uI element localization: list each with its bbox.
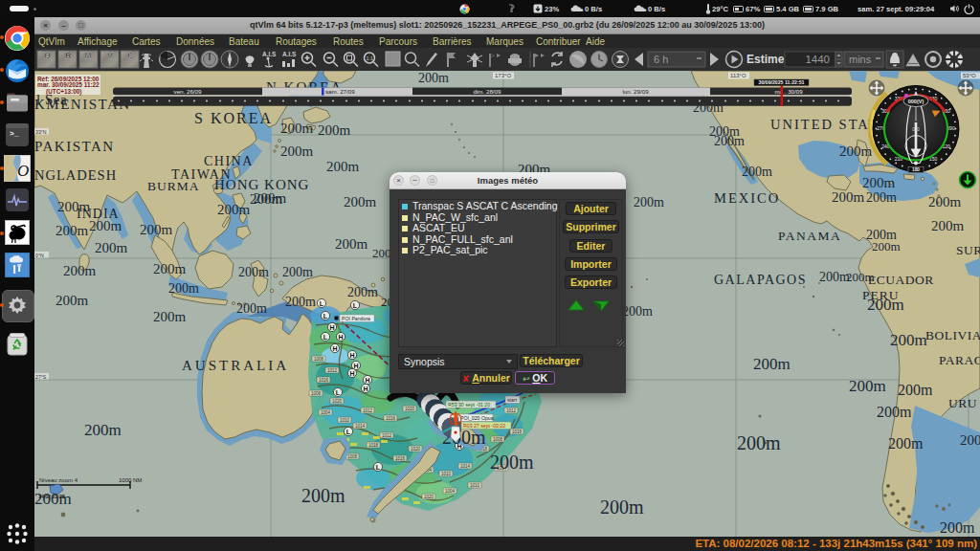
svg-text:ma . 30/09: ma . 30/09 — [774, 88, 803, 95]
svg-text:200m: 200m — [217, 202, 251, 217]
svg-text:1012: 1012 — [506, 408, 517, 413]
svg-text:1016: 1016 — [319, 378, 329, 383]
svg-text:180: 180 — [912, 167, 920, 172]
svg-text:200m: 200m — [490, 452, 534, 473]
svg-text:R: R — [65, 51, 72, 60]
svg-text:0°N: 0°N — [35, 253, 44, 258]
svg-text:1018: 1018 — [512, 430, 523, 434]
svg-text:200m: 200m — [335, 236, 368, 252]
svg-text:1008: 1008 — [311, 391, 322, 396]
svg-text:33°N: 33°N — [35, 129, 47, 135]
svg-text:000(V): 000(V) — [908, 99, 924, 104]
svg-text:NGLADESH: NGLADESH — [34, 167, 117, 183]
svg-text:200m: 200m — [280, 143, 314, 159]
svg-text:1016: 1016 — [386, 416, 396, 421]
svg-text:PANAMA: PANAMA — [778, 229, 841, 243]
svg-text:Estime: Estime — [746, 53, 785, 66]
svg-text:200m: 200m — [839, 143, 873, 159]
svg-text:200m: 200m — [140, 222, 173, 237]
svg-text:1:1: 1:1 — [367, 55, 374, 61]
svg-text:1004: 1004 — [445, 489, 456, 494]
svg-text:200m: 200m — [862, 175, 896, 190]
svg-text:200m: 200m — [301, 485, 345, 506]
svg-text:HONG KONG: HONG KONG — [214, 177, 309, 192]
svg-text:200m: 200m — [153, 309, 187, 324]
svg-text:1014: 1014 — [355, 424, 366, 429]
svg-text:1020: 1020 — [424, 495, 434, 499]
svg-text:200m: 200m — [347, 285, 378, 299]
svg-text:S KOREA: S KOREA — [194, 110, 273, 126]
svg-text:POI_020 Opua: POI_020 Opua — [460, 415, 494, 421]
svg-text:L: L — [323, 313, 328, 320]
svg-text:C: C — [127, 51, 134, 60]
svg-text:200m: 200m — [56, 223, 89, 238]
svg-text:O: O — [17, 162, 29, 180]
svg-text:H: H — [349, 352, 354, 359]
svg-text:PERU: PERU — [862, 288, 900, 302]
svg-text:200m: 200m — [63, 263, 97, 278]
svg-text:1012: 1012 — [327, 368, 338, 373]
svg-text:L: L — [320, 300, 324, 307]
svg-text:200m: 200m — [714, 134, 745, 148]
svg-text:R53 30 sept -01:20: R53 30 sept -01:20 — [448, 402, 490, 408]
svg-text:200m: 200m — [600, 496, 644, 518]
svg-text:A.I.S: A.I.S — [282, 51, 297, 57]
svg-text:O: O — [44, 51, 51, 60]
svg-text:200m: 200m — [168, 281, 199, 296]
svg-text:200m: 200m — [236, 301, 267, 316]
svg-text:ECUADOR: ECUADOR — [868, 273, 934, 287]
svg-text:(UTC+13:00): (UTC+13:00) — [46, 88, 81, 96]
svg-text:H: H — [329, 324, 334, 331]
svg-text:A.I.S: A.I.S — [262, 51, 277, 57]
svg-text:27°S: 27°S — [35, 374, 47, 380]
svg-text:200m: 200m — [928, 194, 962, 209]
svg-text:200m: 200m — [737, 432, 781, 453]
svg-text:sam. 27/09: sam. 27/09 — [325, 88, 355, 95]
svg-text:200m: 200m — [153, 261, 187, 276]
svg-text:L: L — [336, 389, 341, 396]
svg-text:L: L — [323, 334, 328, 341]
svg-text:1010: 1010 — [470, 483, 480, 488]
svg-text:BOLIVIA: BOLIVIA — [925, 328, 980, 342]
svg-text:200m: 200m — [872, 239, 901, 253]
svg-text:200m: 200m — [877, 404, 912, 420]
svg-text:L: L — [376, 464, 381, 471]
svg-text:200m: 200m — [84, 421, 122, 439]
svg-text:30/09/2025 11:22:51: 30/09/2025 11:22:51 — [759, 79, 805, 85]
svg-text:200m: 200m — [832, 189, 865, 205]
svg-text:200m: 200m — [898, 382, 933, 398]
svg-text:1008: 1008 — [314, 357, 324, 362]
svg-text:1020: 1020 — [332, 399, 343, 404]
svg-text:53°O: 53°O — [963, 73, 976, 78]
svg-text:200m: 200m — [622, 304, 653, 319]
svg-text:GALAPAGOS: GALAPAGOS — [714, 273, 807, 287]
svg-text:1440: 1440 — [805, 54, 830, 65]
svg-text:200m: 200m — [742, 165, 772, 179]
svg-text:URU: URU — [948, 396, 977, 410]
svg-text:200m: 200m — [866, 190, 897, 205]
svg-text:200m: 200m — [318, 122, 351, 138]
svg-text:1012: 1012 — [363, 408, 373, 413]
svg-text:H: H — [332, 345, 337, 352]
svg-text:1004: 1004 — [321, 410, 331, 415]
svg-text:113°O: 113°O — [730, 73, 746, 78]
svg-text:1010: 1010 — [340, 418, 350, 423]
svg-text:200m: 200m — [285, 295, 316, 309]
svg-text:INDIA: INDIA — [77, 207, 120, 221]
svg-text:200m: 200m — [56, 293, 89, 308]
svg-text:H: H — [363, 386, 368, 392]
svg-text:1008: 1008 — [347, 454, 358, 459]
svg-text:BURMA: BURMA — [147, 179, 200, 193]
svg-text:200m: 200m — [282, 265, 313, 279]
svg-text:SUR: SUR — [956, 243, 980, 257]
svg-text:200m: 200m — [238, 265, 269, 279]
svg-text:200m: 200m — [634, 195, 664, 209]
svg-text:POI Pandora: POI Pandora — [342, 316, 370, 321]
svg-text:H: H — [338, 334, 343, 341]
svg-text:MEXICO: MEXICO — [714, 190, 780, 206]
svg-text:1020: 1020 — [411, 447, 421, 452]
svg-text:173°O: 173°O — [495, 73, 511, 78]
svg-text:AUSTRALIA: AUSTRALIA — [182, 358, 289, 373]
svg-text:1012: 1012 — [382, 433, 392, 438]
svg-text:200m: 200m — [326, 159, 360, 174]
